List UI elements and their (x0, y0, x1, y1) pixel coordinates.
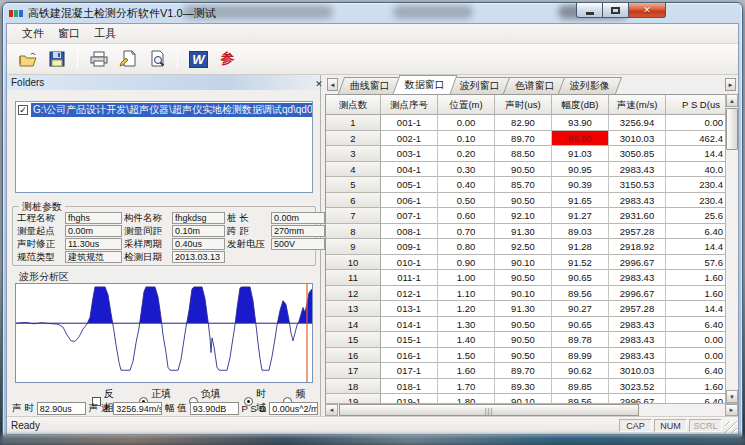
tab-scroll-left-icon[interactable]: ◄ (327, 78, 338, 91)
scroll-left-icon[interactable]: ◄ (325, 404, 338, 416)
scroll-down-icon[interactable]: ▼ (726, 390, 738, 403)
table-cell-r16-c2[interactable]: 1.50 (438, 348, 495, 364)
table-cell-r10-c2[interactable]: 0.90 (438, 255, 495, 271)
table-header-1[interactable]: 测点序号 (381, 95, 438, 115)
table-cell-r19-c1[interactable]: 019-1 (381, 394, 438, 403)
readout-field-1[interactable]: 3256.94m/s (113, 402, 162, 415)
scroll-up-icon[interactable]: ▲ (726, 94, 738, 107)
table-cell-r9-c0[interactable]: 9 (326, 239, 381, 255)
table-cell-r18-c2[interactable]: 1.70 (438, 379, 495, 395)
param-field-6[interactable]: 11.30us (65, 238, 122, 250)
table-cell-r3-c0[interactable]: 3 (326, 146, 381, 162)
table-cell-r17-c5[interactable]: 3010.03 (609, 363, 666, 379)
readout-field-2[interactable]: 93.90dB (190, 402, 239, 415)
table-cell-r2-c1[interactable]: 002-1 (381, 131, 438, 147)
table-cell-r16-c3[interactable]: 90.50 (495, 348, 552, 364)
table-cell-r7-c0[interactable]: 7 (326, 208, 381, 224)
table-cell-r11-c3[interactable]: 90.50 (495, 270, 552, 286)
table-cell-r12-c2[interactable]: 1.10 (438, 286, 495, 302)
table-cell-r14-c2[interactable]: 1.30 (438, 317, 495, 333)
table-cell-r6-c3[interactable]: 90.50 (495, 193, 552, 209)
table-cell-r13-c0[interactable]: 13 (326, 301, 381, 317)
table-cell-r18-c5[interactable]: 3023.52 (609, 379, 666, 395)
table-header-3[interactable]: 声时(us) (495, 95, 552, 115)
param-field-1[interactable]: fhgkdsg (172, 212, 225, 224)
table-cell-r19-c0[interactable]: 19 (326, 394, 381, 403)
table-cell-r4-c3[interactable]: 90.50 (495, 162, 552, 178)
parameters-button[interactable]: 参 (215, 47, 240, 71)
table-cell-r8-c3[interactable]: 91.30 (495, 224, 552, 240)
horizontal-scroll-track[interactable] (639, 404, 725, 416)
tab-波列影像[interactable]: 波列影像 (558, 77, 622, 94)
table-cell-r3-c1[interactable]: 003-1 (381, 146, 438, 162)
table-cell-r10-c1[interactable]: 010-1 (381, 255, 438, 271)
table-cell-r5-c1[interactable]: 005-1 (381, 177, 438, 193)
menu-item-0[interactable]: 文件 (15, 24, 51, 43)
table-cell-r18-c1[interactable]: 018-1 (381, 379, 438, 395)
table-cell-r16-c5[interactable]: 2983.43 (609, 348, 666, 364)
table-cell-r14-c5[interactable]: 2983.43 (609, 317, 666, 333)
folders-list[interactable]: ✓ G:\公司产品设计开发\超声仪器\超声仪实地检测数据调试qd\qd03\qd… (15, 101, 313, 193)
table-header-0[interactable]: 测点数 (326, 95, 381, 115)
table-cell-r12-c5[interactable]: 2996.67 (609, 286, 666, 302)
table-cell-r6-c1[interactable]: 006-1 (381, 193, 438, 209)
table-cell-r5-c3[interactable]: 85.70 (495, 177, 552, 193)
table-cell-r1-c3[interactable]: 82.90 (495, 115, 552, 131)
table-cell-r4-c4[interactable]: 90.95 (552, 162, 609, 178)
table-cell-r1-c2[interactable]: 0.00 (438, 115, 495, 131)
param-field-4[interactable]: 0.10m (172, 225, 225, 237)
resize-grip-icon[interactable] (725, 421, 737, 433)
table-cell-r4-c0[interactable]: 4 (326, 162, 381, 178)
table-cell-r6-c0[interactable]: 6 (326, 193, 381, 209)
folder-checkbox[interactable]: ✓ (18, 105, 28, 115)
table-cell-r14-c1[interactable]: 014-1 (381, 317, 438, 333)
print-button[interactable] (86, 47, 111, 71)
table-cell-r15-c1[interactable]: 015-1 (381, 332, 438, 348)
table-cell-r19-c5[interactable]: 2996.67 (609, 394, 666, 403)
table-cell-r18-c3[interactable]: 89.30 (495, 379, 552, 395)
table-cell-r9-c4[interactable]: 91.28 (552, 239, 609, 255)
table-cell-r6-c5[interactable]: 2983.43 (609, 193, 666, 209)
table-cell-r2-c2[interactable]: 0.10 (438, 131, 495, 147)
table-cell-r6-c2[interactable]: 0.50 (438, 193, 495, 209)
table-cell-r17-c4[interactable]: 90.62 (552, 363, 609, 379)
table-cell-r18-c4[interactable]: 89.85 (552, 379, 609, 395)
table-cell-r13-c4[interactable]: 90.27 (552, 301, 609, 317)
table-cell-r7-c2[interactable]: 0.60 (438, 208, 495, 224)
table-cell-r11-c0[interactable]: 11 (326, 270, 381, 286)
table-cell-r2-c4[interactable]: 86.80 (552, 131, 609, 147)
table-cell-r16-c4[interactable]: 89.99 (552, 348, 609, 364)
param-field-9[interactable]: 建筑规范 (65, 251, 122, 263)
minimize-button[interactable] (576, 3, 603, 18)
table-cell-r12-c4[interactable]: 89.56 (552, 286, 609, 302)
table-cell-r11-c5[interactable]: 2983.43 (609, 270, 666, 286)
table-cell-r5-c2[interactable]: 0.40 (438, 177, 495, 193)
table-cell-r12-c1[interactable]: 012-1 (381, 286, 438, 302)
table-cell-r9-c5[interactable]: 2918.92 (609, 239, 666, 255)
table-cell-r11-c4[interactable]: 90.65 (552, 270, 609, 286)
menu-item-2[interactable]: 工具 (87, 24, 123, 43)
tab-数据窗口[interactable]: 数据窗口 (393, 75, 458, 94)
table-cell-r12-c3[interactable]: 90.10 (495, 286, 552, 302)
table-cell-r5-c5[interactable]: 3150.53 (609, 177, 666, 193)
table-cell-r7-c3[interactable]: 92.10 (495, 208, 552, 224)
table-cell-r17-c3[interactable]: 89.70 (495, 363, 552, 379)
word-export-button[interactable]: W (186, 47, 211, 71)
pane-close-icon[interactable]: ✕ (313, 78, 325, 90)
table-header-2[interactable]: 位置(m) (438, 95, 495, 115)
horizontal-scroll-thumb[interactable]: ||| (339, 404, 639, 416)
table-cell-r15-c4[interactable]: 89.78 (552, 332, 609, 348)
table-cell-r10-c3[interactable]: 90.10 (495, 255, 552, 271)
table-cell-r16-c0[interactable]: 16 (326, 348, 381, 364)
table-cell-r6-c4[interactable]: 91.65 (552, 193, 609, 209)
param-field-10[interactable]: 2013.03.13 (172, 251, 225, 263)
table-cell-r11-c1[interactable]: 011-1 (381, 270, 438, 286)
table-cell-r3-c5[interactable]: 3050.85 (609, 146, 666, 162)
maximize-button[interactable] (603, 3, 629, 18)
table-cell-r15-c2[interactable]: 1.40 (438, 332, 495, 348)
table-cell-r12-c0[interactable]: 12 (326, 286, 381, 302)
table-cell-r15-c0[interactable]: 15 (326, 332, 381, 348)
table-cell-r3-c3[interactable]: 88.50 (495, 146, 552, 162)
table-cell-r8-c5[interactable]: 2957.28 (609, 224, 666, 240)
table-cell-r11-c2[interactable]: 1.00 (438, 270, 495, 286)
